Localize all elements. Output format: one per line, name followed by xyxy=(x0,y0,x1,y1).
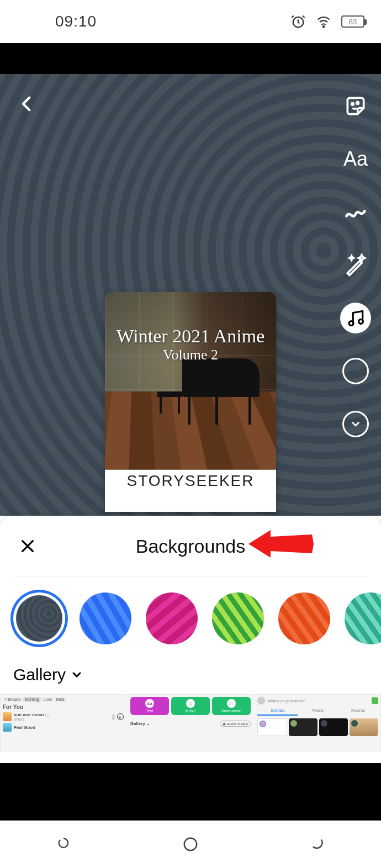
annotation-arrow xyxy=(248,525,315,563)
system-navbar xyxy=(0,821,381,868)
story-editor-canvas[interactable]: Aa Winter 2021 Anime Volume xyxy=(0,74,381,516)
svg-point-2 xyxy=(352,103,354,105)
music-card[interactable]: Winter 2021 Anime Volume 2 STORYSEEKER xyxy=(105,292,276,512)
draw-tool[interactable] xyxy=(340,197,371,227)
close-button[interactable] xyxy=(17,535,39,557)
album-art: Winter 2021 Anime Volume 2 xyxy=(105,292,276,463)
svg-point-5 xyxy=(359,319,363,324)
effects-tool[interactable] xyxy=(340,250,371,280)
track-name: STORYSEEKER xyxy=(105,463,276,512)
recents-button[interactable] xyxy=(52,833,75,855)
chevron-down-icon xyxy=(70,668,83,681)
music-tool[interactable] xyxy=(340,303,371,334)
swatch-blue[interactable] xyxy=(80,592,131,644)
status-icons: 63 xyxy=(290,14,364,29)
alarm-icon xyxy=(290,14,306,29)
app-bottom-letterbox xyxy=(0,763,381,821)
sheet-title: Backgrounds xyxy=(0,536,381,557)
back-button[interactable] xyxy=(14,91,40,117)
svg-point-4 xyxy=(349,321,353,326)
svg-marker-6 xyxy=(248,530,314,558)
gallery-dropdown[interactable]: Gallery xyxy=(0,660,381,694)
text-tool[interactable]: Aa xyxy=(340,144,371,174)
battery-icon: 63 xyxy=(341,15,364,28)
gallery-label-text: Gallery xyxy=(13,665,66,684)
back-nav-button[interactable] xyxy=(306,833,329,855)
swatch-magenta[interactable] xyxy=(146,592,198,644)
color-tool[interactable] xyxy=(340,356,371,387)
background-swatches xyxy=(0,577,381,660)
svg-point-3 xyxy=(357,102,359,104)
album-title: Winter 2021 Anime xyxy=(117,326,265,346)
swatch-orange[interactable] xyxy=(278,592,330,644)
gallery-thumb-1[interactable]: ≡ Browse Morning Love Brna For You sun a… xyxy=(0,694,126,751)
wifi-icon xyxy=(316,14,331,29)
editor-tools: Aa xyxy=(340,91,371,440)
home-button[interactable] xyxy=(179,833,202,855)
gallery-thumb-3[interactable]: What's on your mind? Stories Reels Rooms xyxy=(255,694,381,751)
svg-point-9 xyxy=(184,838,197,851)
backgrounds-sheet: Backgrounds Gallery ≡ Browse Morning Lov… xyxy=(0,516,381,763)
svg-point-1 xyxy=(323,26,324,27)
piano-illustration xyxy=(177,358,265,425)
gallery-thumbnails: ≡ Browse Morning Love Brna For You sun a… xyxy=(0,694,381,751)
expand-tools[interactable] xyxy=(340,409,371,440)
swatch-teal[interactable] xyxy=(345,592,381,644)
app-top-letterbox xyxy=(0,43,381,74)
clock: 09:10 xyxy=(55,13,97,30)
swatch-green[interactable] xyxy=(212,592,264,644)
gallery-thumb-2[interactable]: Aa Text ♫ Music ⛶ Green screen Gallery ⌄… xyxy=(128,694,254,751)
swatch-dark-grey[interactable] xyxy=(16,595,62,642)
status-bar: 09:10 63 xyxy=(0,0,381,43)
album-subtitle: Volume 2 xyxy=(163,347,218,363)
sticker-tool[interactable] xyxy=(340,91,371,121)
